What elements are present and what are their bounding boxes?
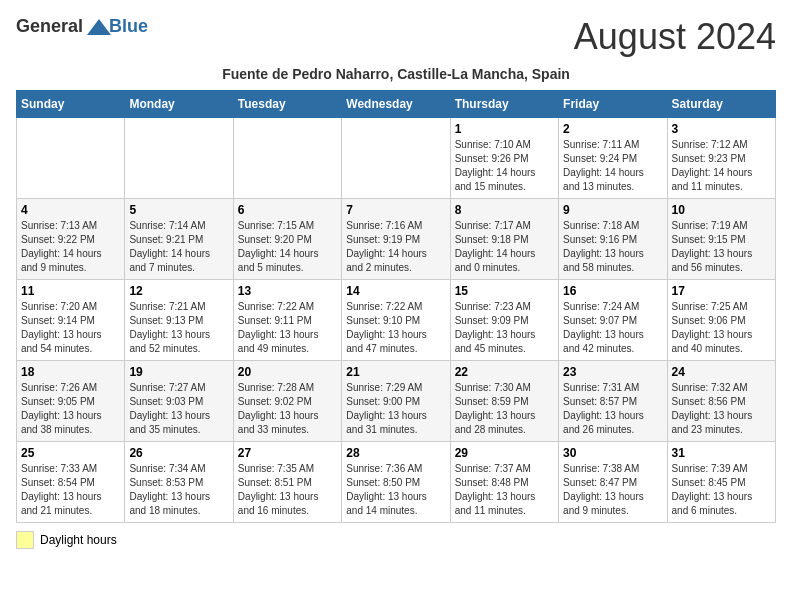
calendar-day-cell: 5Sunrise: 7:14 AMSunset: 9:21 PMDaylight… — [125, 199, 233, 280]
calendar-week-row: 1Sunrise: 7:10 AMSunset: 9:26 PMDaylight… — [17, 118, 776, 199]
day-info: Sunrise: 7:32 AMSunset: 8:56 PMDaylight:… — [672, 381, 771, 437]
month-title: August 2024 — [574, 16, 776, 58]
day-info: Sunrise: 7:37 AMSunset: 8:48 PMDaylight:… — [455, 462, 554, 518]
calendar-day-cell: 10Sunrise: 7:19 AMSunset: 9:15 PMDayligh… — [667, 199, 775, 280]
day-number: 4 — [21, 203, 120, 217]
calendar-header-row: SundayMondayTuesdayWednesdayThursdayFrid… — [17, 91, 776, 118]
calendar-day-header: Monday — [125, 91, 233, 118]
calendar-day-cell: 8Sunrise: 7:17 AMSunset: 9:18 PMDaylight… — [450, 199, 558, 280]
calendar-day-cell: 31Sunrise: 7:39 AMSunset: 8:45 PMDayligh… — [667, 442, 775, 523]
calendar-day-cell: 22Sunrise: 7:30 AMSunset: 8:59 PMDayligh… — [450, 361, 558, 442]
day-info: Sunrise: 7:12 AMSunset: 9:23 PMDaylight:… — [672, 138, 771, 194]
calendar-week-row: 25Sunrise: 7:33 AMSunset: 8:54 PMDayligh… — [17, 442, 776, 523]
calendar-week-row: 18Sunrise: 7:26 AMSunset: 9:05 PMDayligh… — [17, 361, 776, 442]
calendar-day-cell: 19Sunrise: 7:27 AMSunset: 9:03 PMDayligh… — [125, 361, 233, 442]
calendar-day-cell: 14Sunrise: 7:22 AMSunset: 9:10 PMDayligh… — [342, 280, 450, 361]
calendar-day-cell — [125, 118, 233, 199]
calendar-day-cell — [17, 118, 125, 199]
day-number: 12 — [129, 284, 228, 298]
calendar-week-row: 11Sunrise: 7:20 AMSunset: 9:14 PMDayligh… — [17, 280, 776, 361]
legend: Daylight hours — [16, 531, 776, 549]
calendar-day-cell: 4Sunrise: 7:13 AMSunset: 9:22 PMDaylight… — [17, 199, 125, 280]
day-number: 22 — [455, 365, 554, 379]
calendar-day-cell: 24Sunrise: 7:32 AMSunset: 8:56 PMDayligh… — [667, 361, 775, 442]
calendar-day-header: Thursday — [450, 91, 558, 118]
day-number: 6 — [238, 203, 337, 217]
calendar-day-cell: 27Sunrise: 7:35 AMSunset: 8:51 PMDayligh… — [233, 442, 341, 523]
day-info: Sunrise: 7:35 AMSunset: 8:51 PMDaylight:… — [238, 462, 337, 518]
calendar-day-cell: 17Sunrise: 7:25 AMSunset: 9:06 PMDayligh… — [667, 280, 775, 361]
logo-blue-text: Blue — [109, 16, 148, 36]
calendar-week-row: 4Sunrise: 7:13 AMSunset: 9:22 PMDaylight… — [17, 199, 776, 280]
day-number: 31 — [672, 446, 771, 460]
day-number: 1 — [455, 122, 554, 136]
day-number: 9 — [563, 203, 662, 217]
day-number: 30 — [563, 446, 662, 460]
calendar-day-cell: 1Sunrise: 7:10 AMSunset: 9:26 PMDaylight… — [450, 118, 558, 199]
day-number: 8 — [455, 203, 554, 217]
day-info: Sunrise: 7:23 AMSunset: 9:09 PMDaylight:… — [455, 300, 554, 356]
calendar-day-cell — [233, 118, 341, 199]
calendar-day-cell: 25Sunrise: 7:33 AMSunset: 8:54 PMDayligh… — [17, 442, 125, 523]
day-number: 15 — [455, 284, 554, 298]
day-number: 10 — [672, 203, 771, 217]
day-info: Sunrise: 7:25 AMSunset: 9:06 PMDaylight:… — [672, 300, 771, 356]
calendar-day-cell: 23Sunrise: 7:31 AMSunset: 8:57 PMDayligh… — [559, 361, 667, 442]
calendar-day-cell: 12Sunrise: 7:21 AMSunset: 9:13 PMDayligh… — [125, 280, 233, 361]
calendar-table: SundayMondayTuesdayWednesdayThursdayFrid… — [16, 90, 776, 523]
calendar-day-header: Saturday — [667, 91, 775, 118]
day-number: 5 — [129, 203, 228, 217]
day-info: Sunrise: 7:11 AMSunset: 9:24 PMDaylight:… — [563, 138, 662, 194]
calendar-day-cell: 20Sunrise: 7:28 AMSunset: 9:02 PMDayligh… — [233, 361, 341, 442]
calendar-day-cell — [342, 118, 450, 199]
day-number: 28 — [346, 446, 445, 460]
calendar-day-cell: 7Sunrise: 7:16 AMSunset: 9:19 PMDaylight… — [342, 199, 450, 280]
day-info: Sunrise: 7:22 AMSunset: 9:10 PMDaylight:… — [346, 300, 445, 356]
day-number: 18 — [21, 365, 120, 379]
logo: General Blue — [16, 16, 148, 37]
day-info: Sunrise: 7:28 AMSunset: 9:02 PMDaylight:… — [238, 381, 337, 437]
calendar-day-cell: 6Sunrise: 7:15 AMSunset: 9:20 PMDaylight… — [233, 199, 341, 280]
day-info: Sunrise: 7:19 AMSunset: 9:15 PMDaylight:… — [672, 219, 771, 275]
calendar-day-cell: 26Sunrise: 7:34 AMSunset: 8:53 PMDayligh… — [125, 442, 233, 523]
calendar-day-header: Sunday — [17, 91, 125, 118]
svg-marker-0 — [87, 19, 111, 35]
day-info: Sunrise: 7:22 AMSunset: 9:11 PMDaylight:… — [238, 300, 337, 356]
day-info: Sunrise: 7:26 AMSunset: 9:05 PMDaylight:… — [21, 381, 120, 437]
day-number: 3 — [672, 122, 771, 136]
page-header: General Blue August 2024 — [16, 16, 776, 58]
day-number: 11 — [21, 284, 120, 298]
legend-box — [16, 531, 34, 549]
day-number: 19 — [129, 365, 228, 379]
day-number: 17 — [672, 284, 771, 298]
day-number: 23 — [563, 365, 662, 379]
calendar-day-cell: 30Sunrise: 7:38 AMSunset: 8:47 PMDayligh… — [559, 442, 667, 523]
calendar-day-cell: 21Sunrise: 7:29 AMSunset: 9:00 PMDayligh… — [342, 361, 450, 442]
calendar-day-cell: 28Sunrise: 7:36 AMSunset: 8:50 PMDayligh… — [342, 442, 450, 523]
day-info: Sunrise: 7:21 AMSunset: 9:13 PMDaylight:… — [129, 300, 228, 356]
calendar-day-cell: 11Sunrise: 7:20 AMSunset: 9:14 PMDayligh… — [17, 280, 125, 361]
day-info: Sunrise: 7:33 AMSunset: 8:54 PMDaylight:… — [21, 462, 120, 518]
day-number: 29 — [455, 446, 554, 460]
day-info: Sunrise: 7:10 AMSunset: 9:26 PMDaylight:… — [455, 138, 554, 194]
day-info: Sunrise: 7:24 AMSunset: 9:07 PMDaylight:… — [563, 300, 662, 356]
day-number: 20 — [238, 365, 337, 379]
day-info: Sunrise: 7:36 AMSunset: 8:50 PMDaylight:… — [346, 462, 445, 518]
day-info: Sunrise: 7:29 AMSunset: 9:00 PMDaylight:… — [346, 381, 445, 437]
day-info: Sunrise: 7:15 AMSunset: 9:20 PMDaylight:… — [238, 219, 337, 275]
calendar-day-cell: 15Sunrise: 7:23 AMSunset: 9:09 PMDayligh… — [450, 280, 558, 361]
day-number: 25 — [21, 446, 120, 460]
day-info: Sunrise: 7:17 AMSunset: 9:18 PMDaylight:… — [455, 219, 554, 275]
calendar-day-header: Wednesday — [342, 91, 450, 118]
day-info: Sunrise: 7:30 AMSunset: 8:59 PMDaylight:… — [455, 381, 554, 437]
calendar-day-cell: 29Sunrise: 7:37 AMSunset: 8:48 PMDayligh… — [450, 442, 558, 523]
day-number: 24 — [672, 365, 771, 379]
calendar-day-cell: 18Sunrise: 7:26 AMSunset: 9:05 PMDayligh… — [17, 361, 125, 442]
day-info: Sunrise: 7:20 AMSunset: 9:14 PMDaylight:… — [21, 300, 120, 356]
day-number: 16 — [563, 284, 662, 298]
location-subtitle: Fuente de Pedro Naharro, Castille-La Man… — [16, 66, 776, 82]
calendar-day-cell: 9Sunrise: 7:18 AMSunset: 9:16 PMDaylight… — [559, 199, 667, 280]
day-number: 2 — [563, 122, 662, 136]
calendar-day-cell: 13Sunrise: 7:22 AMSunset: 9:11 PMDayligh… — [233, 280, 341, 361]
day-info: Sunrise: 7:13 AMSunset: 9:22 PMDaylight:… — [21, 219, 120, 275]
